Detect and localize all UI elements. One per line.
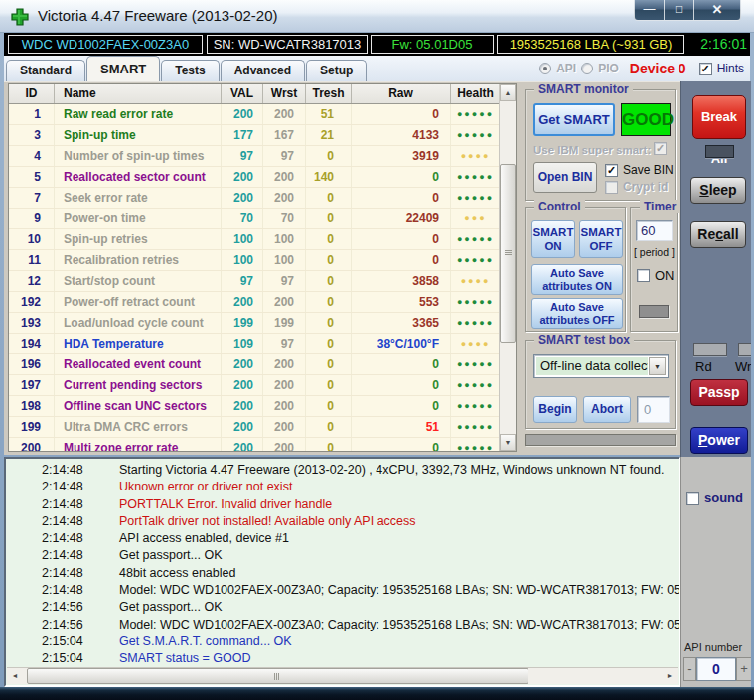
auto-save-off-button[interactable]: Auto Save attributes OFF (531, 298, 623, 329)
save-bin-label: Save BIN (623, 163, 674, 177)
table-row[interactable]: 3Spin-up time177167214133●●●●● (9, 125, 500, 146)
table-row[interactable]: 196Reallocated event count20020000●●●●● (9, 354, 500, 375)
passport-button[interactable]: Passp (690, 379, 748, 406)
table-row[interactable]: 192Power-off retract count2002000553●●●●… (9, 292, 500, 313)
write-indicator (738, 343, 751, 356)
attr-wrst: 199 (263, 313, 306, 333)
sleep-button[interactable]: Sleep (690, 177, 746, 204)
timer-period-input[interactable]: 60 (636, 220, 673, 241)
table-row[interactable]: 10Spin-up retries10010000●●●●● (9, 229, 500, 250)
attr-tresh: 21 (306, 125, 352, 145)
column-header-tresh[interactable]: Tresh (306, 84, 352, 103)
log-message: Starting Victoria 4.47 Freeware (2013-02… (119, 463, 664, 477)
attr-tresh: 0 (306, 188, 352, 208)
vertical-scroll-thumb[interactable] (500, 164, 516, 343)
hints-checkbox[interactable]: ✓ (699, 63, 712, 75)
table-row[interactable]: 12Start/stop count979703858●●●● (9, 271, 500, 292)
log-message: 48bit access enabled (119, 566, 235, 580)
timer-title: Timer (640, 200, 679, 213)
scroll-down-icon[interactable]: ▼ (500, 434, 516, 451)
begin-button[interactable]: Begin (533, 396, 577, 423)
tab-tests[interactable]: Tests (161, 60, 219, 81)
test-select-dropdown[interactable]: Off-line data collect ▼ (533, 354, 669, 378)
sound-checkbox[interactable] (686, 492, 699, 505)
log-line: 2:14:4848bit access enabled (6, 565, 679, 582)
smart-on-button[interactable]: SMART ON (531, 220, 575, 258)
log-line: 2:14:56Get passport... OK (6, 599, 679, 616)
tab-standard[interactable]: Standard (6, 60, 85, 81)
table-row[interactable]: 193Load/unload cycle count19919903365●●●… (9, 313, 500, 334)
attr-val: 97 (222, 146, 263, 166)
timer-period-label: [ period ] (634, 246, 675, 258)
attr-raw: 0 (352, 250, 451, 270)
auto-save-on-button[interactable]: Auto Save attributes ON (531, 264, 623, 295)
health-dots: ●●●●● (451, 125, 500, 145)
get-smart-button[interactable]: Get SMART (533, 103, 615, 136)
column-header-raw[interactable]: Raw (352, 84, 451, 103)
column-header-wrst[interactable]: Wrst (263, 84, 306, 103)
table-row[interactable]: 11Recalibration retries10010000●●●●● (9, 250, 500, 271)
table-row[interactable]: 200Multi zone error rate20020000●●●●● (9, 438, 500, 452)
table-row[interactable]: 198Offline scan UNC sectors20020000●●●●● (9, 396, 500, 417)
attr-wrst: 200 (263, 104, 306, 124)
power-accel: P (698, 432, 707, 448)
attr-val: 100 (222, 250, 263, 270)
attr-wrst: 200 (263, 375, 306, 395)
table-row[interactable]: 197Current pending sectors20020000●●●●● (9, 375, 500, 396)
scroll-left-icon[interactable]: ◄ (7, 668, 23, 684)
attr-id: 1 (9, 104, 55, 124)
scroll-up-icon[interactable]: ▲ (500, 84, 516, 101)
log-horizontal-scrollbar[interactable]: ◄ ► (7, 667, 678, 684)
attr-val: 109 (222, 334, 263, 353)
column-header-name[interactable]: Name (55, 84, 222, 103)
health-dots: ●●●●● (451, 438, 500, 452)
table-row[interactable]: 194HDA Temperature10997038°C/100°F●●●● (9, 334, 500, 354)
log-message: PORTTALK Error. Invalid driver handle (119, 497, 332, 511)
api-number-value[interactable]: 0 (696, 657, 736, 681)
attr-name: Start/stop count (55, 271, 222, 291)
attr-name: Recalibration retries (55, 250, 222, 270)
health-dots: ●●●●● (451, 188, 500, 208)
smart-off-button[interactable]: SMART OFF (579, 220, 623, 258)
api-number-increment[interactable]: + (736, 657, 751, 681)
attr-name: Spin-up time (55, 125, 222, 145)
table-vertical-scrollbar[interactable]: ▲ ▼ (499, 84, 516, 451)
column-header-id[interactable]: ID (9, 84, 55, 103)
attr-raw: 0 (352, 229, 451, 249)
attr-wrst: 200 (263, 438, 306, 452)
abort-button[interactable]: Abort (583, 396, 631, 423)
attr-val: 200 (222, 167, 263, 187)
attr-name: Seek error rate (55, 188, 222, 208)
test-counter-field[interactable]: 0 (637, 396, 670, 423)
open-bin-button[interactable]: Open BIN (533, 162, 597, 193)
tab-setup[interactable]: Setup (306, 60, 367, 81)
window-title: Victoria 4.47 Freeware (2013-02-20) (38, 0, 278, 32)
smart-attribute-table: IDNameVALWrstTreshRawHealth 1Raw read er… (8, 83, 517, 452)
break-all-button[interactable]: Break All (692, 95, 746, 139)
minimize-button[interactable]: — (634, 0, 665, 21)
maximize-button[interactable]: □ (665, 0, 694, 21)
power-button[interactable]: Power (690, 427, 748, 454)
attr-raw: 3858 (352, 271, 451, 291)
table-row[interactable]: 4Number of spin-up times979703919●●●● (9, 146, 500, 167)
table-row[interactable]: 9Power-on time7070022409●●● (9, 209, 500, 229)
sound-label: sound (704, 490, 743, 505)
table-row[interactable]: 7Seek error rate20020000●●●●● (9, 188, 500, 209)
api-number-decrement[interactable]: - (683, 657, 696, 681)
column-header-val[interactable]: VAL (222, 84, 263, 103)
tab-smart[interactable]: SMART (86, 56, 160, 81)
attr-id: 198 (9, 396, 55, 416)
table-row[interactable]: 1Raw read error rate200200510●●●●● (9, 104, 500, 125)
scroll-right-icon[interactable]: ► (662, 668, 678, 684)
dropdown-arrow-icon[interactable]: ▼ (649, 357, 666, 375)
horizontal-scroll-thumb[interactable] (27, 668, 528, 684)
table-row[interactable]: 5Reallocated sector count2002001400●●●●● (9, 167, 500, 188)
table-row[interactable]: 199Ultra DMA CRC errors200200051●●●●● (9, 417, 500, 438)
timer-on-checkbox[interactable] (637, 269, 650, 282)
recall-button[interactable]: Recall (690, 221, 746, 248)
tab-advanced[interactable]: Advanced (221, 60, 305, 81)
sidebar-bottom: sound API number - 0 + (680, 457, 751, 687)
save-bin-checkbox[interactable]: ✓ (605, 164, 618, 177)
column-header-health[interactable]: Health (451, 84, 500, 103)
close-button[interactable]: ✕ (694, 0, 741, 21)
